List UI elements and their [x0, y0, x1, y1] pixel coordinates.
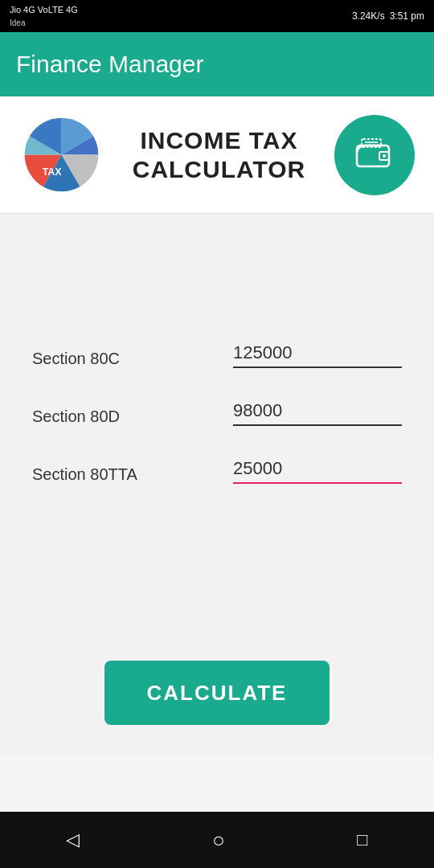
- recent-button[interactable]: □: [357, 829, 367, 850]
- network-text: Idea: [10, 19, 25, 27]
- home-button[interactable]: ○: [212, 828, 225, 853]
- section-80d-row: Section 80D: [32, 400, 402, 429]
- calculate-button[interactable]: CALCULATE: [104, 661, 330, 725]
- back-icon: ◁: [66, 829, 80, 850]
- section-80tta-input[interactable]: [233, 458, 402, 484]
- app-bar: Finance Manager: [0, 32, 434, 96]
- speed-text: 3.24K/s: [352, 10, 385, 22]
- header-banner: TAX INCOME TAX CALCULATOR: [0, 96, 434, 214]
- home-icon: ○: [212, 828, 225, 852]
- wallet-icon: [334, 115, 415, 195]
- svg-point-3: [383, 154, 386, 158]
- header-title-line2: CALCULATOR: [104, 155, 334, 184]
- section-80tta-row: Section 80TTA: [32, 458, 402, 487]
- carrier-text: Jio 4G VoLTE 4G: [10, 6, 78, 14]
- time-text: 3:51 pm: [390, 10, 424, 22]
- section-80c-input[interactable]: [233, 342, 402, 368]
- recent-icon: □: [357, 829, 367, 850]
- calculate-button-wrapper: CALCULATE: [32, 516, 402, 725]
- section-80d-input[interactable]: [233, 400, 402, 426]
- section-80c-row: Section 80C: [32, 342, 402, 371]
- tax-pie-icon: TAX: [19, 113, 104, 197]
- header-title-line1: INCOME TAX: [104, 126, 334, 155]
- back-button[interactable]: ◁: [66, 829, 80, 850]
- header-title: INCOME TAX CALCULATOR: [104, 126, 334, 184]
- bottom-nav: ◁ ○ □: [0, 812, 434, 868]
- app-title: Finance Manager: [16, 51, 203, 78]
- section-fields: Section 80C Section 80D Section 80TTA: [32, 342, 402, 487]
- main-content: Section 80C Section 80D Section 80TTA CA…: [0, 214, 434, 757]
- status-bar: Jio 4G VoLTE 4G Idea 3.24K/s 3:51 pm: [0, 0, 434, 32]
- svg-text:TAX: TAX: [43, 166, 63, 178]
- section-80c-label: Section 80C: [32, 350, 120, 368]
- section-80tta-label: Section 80TTA: [32, 465, 137, 484]
- section-80d-label: Section 80D: [32, 407, 120, 426]
